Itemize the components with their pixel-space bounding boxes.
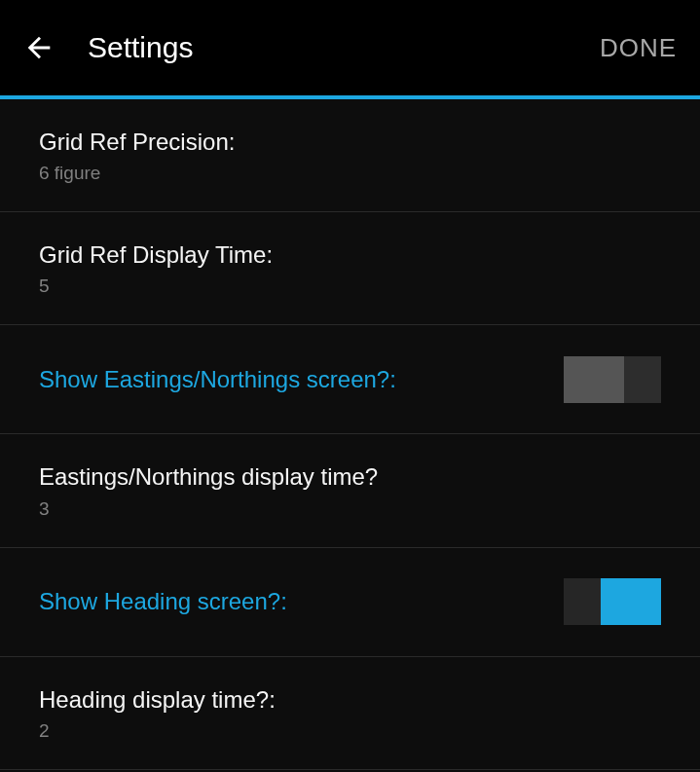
setting-title: Grid Ref Display Time:: [39, 239, 273, 270]
setting-show-heading[interactable]: Show Heading screen?:: [0, 548, 700, 657]
setting-eastings-northings-display-time[interactable]: Eastings/Northings display time? 3: [0, 434, 700, 547]
back-button[interactable]: [19, 28, 58, 67]
toggle-off-state: [564, 356, 661, 403]
setting-title: Show Heading screen?:: [39, 586, 287, 616]
app-header: Settings DONE: [0, 0, 700, 95]
setting-text: Grid Ref Precision: 6 figure: [39, 127, 235, 184]
setting-heading-display-time[interactable]: Heading display time?: 2: [0, 657, 700, 770]
setting-text: Show Heading screen?:: [39, 586, 287, 616]
toggle-heading[interactable]: [564, 578, 661, 625]
setting-show-eastings-northings[interactable]: Show Eastings/Northings screen?:: [0, 325, 700, 434]
setting-text: Grid Ref Display Time: 5: [39, 239, 273, 297]
toggle-track: [564, 578, 601, 625]
setting-value: 3: [39, 498, 378, 520]
setting-title: Show Eastings/Northings screen?:: [39, 364, 396, 394]
setting-value: 5: [39, 276, 273, 297]
setting-text: Show Eastings/Northings screen?:: [39, 364, 396, 394]
setting-text: Eastings/Northings display time? 3: [39, 461, 378, 519]
toggle-thumb: [564, 356, 624, 403]
setting-grid-ref-display-time[interactable]: Grid Ref Display Time: 5: [0, 212, 700, 325]
setting-text: Heading display time?: 2: [39, 684, 276, 742]
toggle-thumb: [601, 578, 661, 625]
back-arrow-icon: [22, 31, 55, 64]
setting-title: Heading display time?:: [39, 684, 276, 715]
toggle-eastings-northings[interactable]: [564, 356, 661, 403]
setting-value: 6 figure: [39, 163, 235, 184]
settings-list: Grid Ref Precision: 6 figure Grid Ref Di…: [0, 99, 700, 770]
setting-grid-ref-precision[interactable]: Grid Ref Precision: 6 figure: [0, 99, 700, 212]
toggle-track: [624, 356, 661, 403]
page-title: Settings: [88, 31, 193, 64]
setting-value: 2: [39, 720, 276, 742]
setting-title: Grid Ref Precision:: [39, 127, 235, 157]
done-button[interactable]: DONE: [600, 33, 677, 63]
toggle-on-state: [564, 578, 661, 625]
setting-title: Eastings/Northings display time?: [39, 461, 378, 492]
